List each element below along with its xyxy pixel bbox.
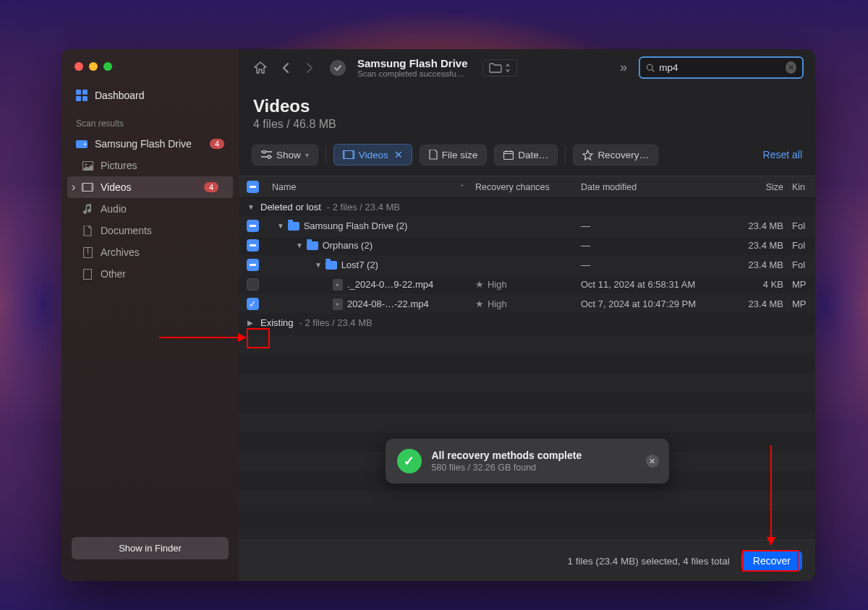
table-row[interactable]: ▸._2024-0…9-22.mp4 ★High Oct 11, 2024 at… (239, 275, 815, 294)
folder-icon (288, 222, 299, 231)
row-checkbox[interactable] (247, 239, 259, 252)
table-row[interactable]: ✓ ▸2024-08-…-22.mp4 ★High Oct 7, 2024 at… (239, 294, 815, 314)
sort-caret-icon: ⌃ (459, 184, 465, 191)
remove-filter-icon[interactable]: ✕ (394, 149, 403, 160)
search-icon (646, 63, 655, 73)
picture-icon (82, 160, 93, 171)
notification-title: All recovery methods complete (432, 450, 582, 461)
table-body: ▼ Deleted or lost - 2 files / 23.4 MB ▼ … (239, 198, 815, 540)
minimize-window-button[interactable] (89, 62, 98, 71)
svg-point-3 (85, 163, 87, 166)
row-checkbox[interactable]: ✓ (247, 298, 259, 310)
toolbar: Samsung Flash Drive Scan completed succe… (239, 49, 815, 86)
svg-rect-9 (84, 269, 92, 279)
sidebar-item-other[interactable]: Other (61, 263, 239, 285)
annotation-arrow (159, 337, 246, 338)
calendar-icon (503, 150, 514, 160)
svg-point-13 (263, 150, 265, 153)
select-all-checkbox[interactable] (247, 181, 259, 193)
svg-point-10 (647, 64, 652, 70)
nav-forward-button[interactable] (299, 58, 320, 78)
group-row-deleted[interactable]: ▼ Deleted or lost - 2 files / 23.4 MB (239, 198, 815, 216)
sidebar-item-documents[interactable]: Documents (61, 220, 239, 241)
annotation-arrow (770, 445, 772, 545)
check-circle-icon: ✓ (397, 449, 422, 473)
svg-point-15 (268, 155, 271, 158)
folder-selector-button[interactable] (482, 59, 517, 77)
row-checkbox[interactable] (247, 259, 259, 271)
disclosure-icon[interactable]: ▼ (276, 222, 285, 230)
folder-icon (326, 261, 337, 270)
videos-filter-chip[interactable]: Videos ✕ (333, 144, 412, 166)
disclosure-icon: ▶ (247, 319, 255, 327)
sidebar-item-label: Archives (101, 246, 140, 258)
recovery-filter-button[interactable]: Recovery… (573, 145, 658, 166)
sliders-icon (261, 150, 272, 159)
sidebar-item-videos[interactable]: Videos 4 (67, 176, 233, 198)
sidebar-item-archives[interactable]: Archives (61, 241, 239, 263)
home-button[interactable] (250, 58, 271, 78)
main-content: Samsung Flash Drive Scan completed succe… (239, 49, 815, 581)
filesize-filter-button[interactable]: File size (420, 145, 488, 166)
scan-status-icon (330, 60, 346, 76)
close-window-button[interactable] (75, 62, 83, 71)
svg-point-1 (84, 143, 85, 145)
column-header-kind[interactable]: Kin (792, 182, 815, 192)
audio-icon (82, 203, 93, 215)
page-subtitle: 4 files / 46.8 MB (253, 118, 801, 131)
disclosure-icon[interactable]: ▼ (295, 241, 304, 249)
toolbar-more-button[interactable]: » (613, 60, 634, 75)
row-checkbox[interactable] (247, 220, 259, 232)
table-row[interactable]: ▼ Lost7 (2) — 23.4 MB Fol (239, 255, 815, 275)
table-header: Name⌃ Recovery chances Date modified Siz… (239, 176, 815, 198)
row-checkbox[interactable] (247, 278, 259, 291)
document-icon (82, 225, 93, 236)
column-header-name[interactable]: Name⌃ (266, 182, 475, 192)
date-filter-button[interactable]: Date… (494, 145, 558, 166)
sidebar-section-label: Scan results (61, 114, 239, 133)
dashboard-link[interactable]: Dashboard (61, 85, 239, 114)
window-controls (61, 61, 239, 85)
sidebar-item-pictures[interactable]: Pictures (61, 155, 239, 176)
star-icon (582, 150, 593, 160)
toolbar-subtitle: Scan completed successfu… (357, 69, 468, 78)
sidebar-item-audio[interactable]: Audio (61, 198, 239, 220)
archive-icon (82, 246, 93, 258)
nav-back-button[interactable] (275, 58, 295, 78)
svg-rect-19 (504, 151, 514, 159)
file-table: Name⌃ Recovery chances Date modified Siz… (239, 176, 815, 540)
notification-close-button[interactable]: ✕ (646, 455, 659, 468)
sidebar-item-label: Pictures (101, 160, 137, 171)
table-row[interactable]: ▼ Orphans (2) — 23.4 MB Fol (239, 236, 815, 255)
sidebar-item-drive[interactable]: Samsung Flash Drive 4 (61, 133, 239, 155)
selection-status: 1 files (23.4 MB) selected, 4 files tota… (568, 556, 730, 567)
sidebar: Dashboard Scan results Samsung Flash Dri… (61, 49, 239, 581)
annotation-box (247, 328, 270, 348)
show-filter-button[interactable]: Show ▾ (252, 145, 318, 166)
sidebar-item-label: Videos (101, 181, 132, 193)
column-header-size[interactable]: Size (733, 182, 792, 192)
show-in-finder-button[interactable]: Show in Finder (72, 537, 229, 559)
dashboard-label: Dashboard (95, 90, 145, 101)
search-clear-button[interactable]: ✕ (786, 61, 796, 74)
disclosure-icon[interactable]: ▼ (314, 261, 323, 269)
group-row-existing[interactable]: ▶ Existing - 2 files / 23.4 MB (239, 314, 815, 332)
toolbar-title: Samsung Flash Drive (357, 57, 468, 69)
separator (326, 146, 326, 163)
annotation-box (742, 550, 799, 572)
footer-bar: 1 files (23.4 MB) selected, 4 files tota… (239, 540, 815, 581)
column-header-date[interactable]: Date modified (581, 182, 733, 192)
file-icon (429, 150, 438, 160)
table-row[interactable]: ▼ Samsung Flash Drive (2) — 23.4 MB Fol (239, 216, 815, 236)
page-title: Videos (253, 96, 801, 116)
disclosure-icon: ▼ (247, 203, 255, 211)
filter-bar: Show ▾ Videos ✕ File size Date… Recovery… (239, 144, 815, 176)
search-box[interactable]: ✕ (639, 56, 804, 79)
search-input[interactable] (659, 62, 781, 73)
maximize-window-button[interactable] (103, 62, 112, 71)
column-header-chances[interactable]: Recovery chances (475, 182, 581, 192)
folder-icon (489, 63, 502, 73)
reset-filters-link[interactable]: Reset all (763, 149, 802, 160)
star-icon: ★ (475, 298, 484, 309)
sidebar-badge: 4 (204, 182, 218, 192)
